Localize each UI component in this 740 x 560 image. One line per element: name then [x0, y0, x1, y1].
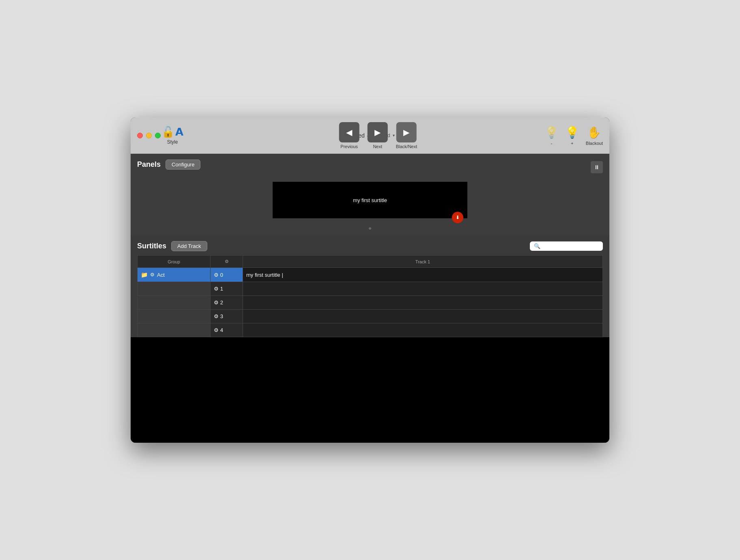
lightbulb-icon: 💡	[565, 125, 579, 139]
maximize-button[interactable]	[155, 133, 161, 138]
previous-button[interactable]: ◀ Previous	[339, 122, 359, 149]
search-icon: 🔍	[534, 243, 540, 249]
cell-num-2: ⚙ 2	[211, 296, 243, 310]
blackout-button[interactable]: ✋ Blackout	[586, 125, 603, 145]
surtitles-section: Surtitles Add Track 🔍 Group ⚙ Track 1	[131, 235, 609, 337]
titlebar: 🔓 𝗔 Style Untitled — Edited ▾ ◀ Previous…	[131, 117, 609, 154]
next-label: Next	[373, 144, 382, 149]
nav-buttons: ◀ Previous ▶ Next ▶ Black/Next	[339, 122, 417, 149]
gear-num-icon-0: ⚙	[214, 272, 220, 278]
hand-icon: ✋	[587, 125, 601, 139]
preview-text: my first surtitle	[353, 197, 387, 203]
minimize-button[interactable]	[146, 133, 152, 138]
gear-num-icon-3: ⚙	[214, 313, 220, 319]
traffic-lights	[137, 133, 161, 138]
gear-num-icon-1: ⚙	[214, 286, 220, 292]
gear-num-icon-4: ⚙	[214, 327, 220, 333]
black-next-button[interactable]: ▶ Black/Next	[396, 122, 417, 149]
surtitles-body: 📁 ⚙ Act ⚙ 0 my first surtitle |	[138, 268, 603, 337]
table-header-row: Group ⚙ Track 1	[138, 256, 603, 268]
table-row[interactable]: ⚙ 2	[138, 296, 603, 310]
style-section: 🔓 𝗔 Style	[161, 126, 183, 145]
panels-header: Panels Configure	[137, 159, 200, 170]
scroll-indicator	[137, 227, 603, 230]
col-header-group: Group	[138, 256, 211, 268]
search-box: 🔍	[530, 241, 603, 251]
cell-track-0[interactable]: my first surtitle |	[243, 268, 603, 282]
next-icon: ▶	[368, 122, 388, 142]
search-input[interactable]	[543, 243, 599, 249]
cell-num-1: ⚙ 1	[211, 282, 243, 296]
table-row[interactable]: ⚙ 3	[138, 310, 603, 323]
folder-icon: 📁	[141, 271, 148, 278]
previous-label: Previous	[340, 144, 358, 149]
gear-row-icon: ⚙	[150, 272, 155, 278]
act-label: Act	[157, 272, 165, 278]
cell-group-2	[138, 296, 211, 310]
gear-num-icon-2: ⚙	[214, 299, 220, 306]
dim-plus-button[interactable]: 💡 +	[565, 125, 579, 145]
cell-group-1	[138, 282, 211, 296]
panels-section: Panels Configure ⏸ my first surtitle ⬇	[131, 154, 609, 235]
previous-icon: ◀	[339, 122, 359, 142]
close-button[interactable]	[137, 133, 143, 138]
dim-minus-button[interactable]: 💡 -	[544, 125, 559, 145]
col-header-track: Track 1	[243, 256, 603, 268]
scroll-dot	[369, 227, 371, 230]
cell-group-act: 📁 ⚙ Act	[138, 268, 211, 282]
configure-button[interactable]: Configure	[166, 159, 200, 170]
panels-title: Panels	[137, 160, 161, 169]
cell-track-2[interactable]	[243, 296, 603, 310]
gear-header-icon: ⚙	[225, 259, 229, 264]
bottom-area	[131, 337, 609, 443]
table-row[interactable]: 📁 ⚙ Act ⚙ 0 my first surtitle |	[138, 268, 603, 282]
preview-screen: my first surtitle ⬇	[273, 182, 467, 218]
cell-num-3: ⚙ 3	[211, 310, 243, 323]
font-icon: 𝗔	[175, 126, 183, 138]
dim-plus-label: +	[571, 140, 573, 145]
cell-group-3	[138, 310, 211, 323]
lightbulb-dim-icon: 💡	[544, 125, 559, 139]
cell-num-4: ⚙ 4	[211, 323, 243, 337]
pause-button[interactable]: ⏸	[591, 161, 603, 173]
cell-track-4[interactable]	[243, 323, 603, 337]
cell-track-3[interactable]	[243, 310, 603, 323]
next-button[interactable]: ▶ Next	[368, 122, 388, 149]
record-icon: ⬇	[452, 212, 463, 223]
surtitles-table: Group ⚙ Track 1 📁 ⚙	[137, 255, 603, 337]
pause-icon: ⏸	[594, 164, 600, 170]
style-group[interactable]: 🔓 𝗔 Style	[161, 126, 183, 145]
style-label: Style	[167, 139, 178, 145]
black-next-label: Black/Next	[396, 144, 417, 149]
preview-area: my first surtitle ⬇	[137, 179, 603, 225]
black-next-icon: ▶	[396, 122, 417, 142]
surtitles-title: Surtitles	[137, 242, 166, 250]
cell-num-0: ⚙ 0	[211, 268, 243, 282]
table-row[interactable]: ⚙ 1	[138, 282, 603, 296]
surtitles-header: Surtitles Add Track 🔍	[137, 241, 603, 251]
lock-icon: 🔓	[161, 126, 174, 138]
act-group-cell: 📁 ⚙ Act	[138, 268, 210, 282]
cell-track-1[interactable]	[243, 282, 603, 296]
cell-group-4	[138, 323, 211, 337]
add-track-button[interactable]: Add Track	[171, 241, 207, 251]
panels-header-row: Panels Configure ⏸	[137, 159, 603, 174]
dim-minus-label: -	[551, 140, 552, 145]
table-row[interactable]: ⚙ 4	[138, 323, 603, 337]
col-header-gear: ⚙	[211, 256, 243, 268]
right-controls: 💡 - 💡 + ✋ Blackout	[544, 125, 603, 145]
app-window: 🔓 𝗔 Style Untitled — Edited ▾ ◀ Previous…	[131, 117, 609, 443]
main-content: Panels Configure ⏸ my first surtitle ⬇	[131, 154, 609, 443]
blackout-label: Blackout	[586, 140, 603, 145]
